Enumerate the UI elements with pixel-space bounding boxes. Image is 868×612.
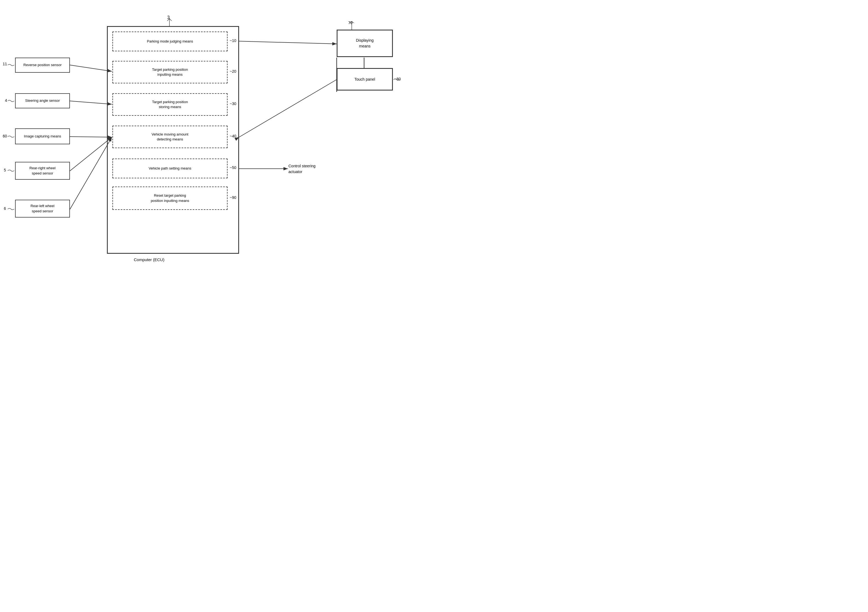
svg-line-11 bbox=[239, 79, 337, 137]
computer-ecu-label: Computer (ECU) bbox=[134, 257, 164, 262]
ref-80-label: ~80 bbox=[394, 77, 401, 81]
ref-10-label: ~10 bbox=[230, 39, 236, 43]
control-steering-label: Control steeringactuator bbox=[288, 163, 316, 175]
parking-mode-judging-means: Parking mode judging means bbox=[112, 31, 228, 51]
ref-3-label: 3 bbox=[167, 15, 170, 20]
ref-6-label: 6 bbox=[4, 206, 6, 211]
ref-50-label: ~50 bbox=[230, 165, 236, 170]
image-capturing-means: Image capturing means bbox=[15, 128, 70, 144]
svg-line-5 bbox=[70, 65, 112, 71]
svg-line-10 bbox=[239, 41, 337, 44]
target-parking-position-inputting-means: Target parking positioninputting means bbox=[112, 61, 228, 83]
ref-11-label: 11 bbox=[3, 62, 7, 66]
svg-line-8 bbox=[70, 137, 112, 171]
rear-right-wheel-speed-sensor: Rear-right wheelspeed sensor bbox=[15, 162, 70, 180]
reset-target-parking-position-inputting-means: Reset target parkingposition inputting m… bbox=[112, 186, 228, 210]
diagram: 3 70 11 4 60 5 6 Reverse position sensor… bbox=[0, 0, 434, 306]
touch-panel: Touch panel bbox=[337, 68, 393, 90]
vehicle-moving-amount-detecting-means: Vehicle moving amountdetecting means bbox=[112, 126, 228, 148]
steering-angle-sensor: Steering angle sensor bbox=[15, 93, 70, 108]
ref-5-label: 5 bbox=[4, 168, 6, 172]
ref-20-label: ~20 bbox=[230, 69, 236, 73]
vehicle-path-setting-means: Vehicle path setting means bbox=[112, 158, 228, 178]
reverse-position-sensor: Reverse position sensor bbox=[15, 57, 70, 73]
target-parking-position-storing-means: Target parking positionstoring means bbox=[112, 93, 228, 116]
ref-90-label: ~90 bbox=[230, 195, 236, 200]
svg-line-4 bbox=[169, 19, 172, 21]
rear-left-wheel-speed-sensor: Rear-left wheelspeed sensor bbox=[15, 200, 70, 217]
ref-4-label: 4 bbox=[5, 98, 7, 103]
ref-30-label: ~30 bbox=[230, 101, 236, 106]
ref-70-label: 70 bbox=[348, 20, 353, 25]
ref-60-label: 60 bbox=[3, 134, 7, 138]
svg-line-9 bbox=[70, 137, 112, 209]
svg-line-6 bbox=[70, 101, 112, 104]
displaying-means: Displayingmeans bbox=[337, 30, 393, 57]
svg-line-7 bbox=[70, 137, 112, 137]
ref-40-label: ~40 bbox=[230, 134, 236, 138]
